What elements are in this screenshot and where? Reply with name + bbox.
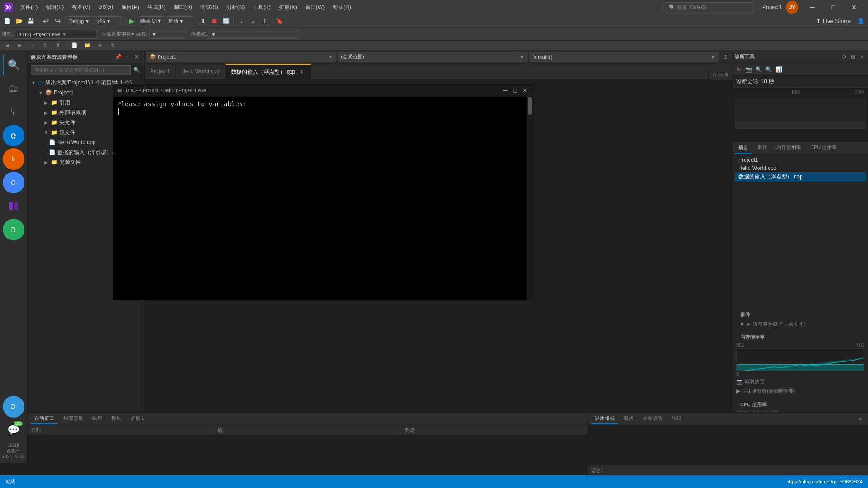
- activity-edge[interactable]: e: [3, 125, 24, 146]
- minimize-button[interactable]: ─: [802, 0, 823, 14]
- diag-tab-summary[interactable]: 摘要: [735, 142, 752, 154]
- platform-dropdown[interactable]: x86 ▼: [95, 16, 122, 26]
- diag-new-window-button[interactable]: ⊞: [849, 53, 857, 61]
- console-body[interactable]: Please assign values to variables:: [113, 97, 527, 300]
- diag-tool-chart[interactable]: 📊: [774, 66, 783, 74]
- diag-settings-button[interactable]: ⚙: [840, 53, 848, 61]
- menu-help[interactable]: 帮助(H): [329, 2, 355, 13]
- diag-file-hello-world[interactable]: Hello World.cpp: [735, 164, 866, 172]
- sidebar-search-input[interactable]: [31, 65, 131, 75]
- tab-watch-1[interactable]: 监视 1: [127, 413, 148, 424]
- activity-bing[interactable]: b: [3, 148, 24, 170]
- snapshot-link[interactable]: 📷 截取快照: [736, 377, 864, 386]
- maximize-button[interactable]: □: [823, 0, 844, 14]
- sync-btn[interactable]: ↻: [40, 40, 51, 51]
- thread-dropdown[interactable]: ▼: [149, 30, 185, 39]
- tab-project1[interactable]: Project1: [145, 64, 176, 79]
- start-debug-button[interactable]: ▶: [126, 16, 137, 27]
- status-ready[interactable]: 就绪: [4, 475, 17, 488]
- menu-debug[interactable]: 调试(D): [170, 2, 196, 13]
- bottom-right-close[interactable]: ✕: [856, 415, 864, 423]
- activity-chrome[interactable]: G: [3, 172, 24, 193]
- open-button[interactable]: 📂: [14, 16, 24, 27]
- activity-search[interactable]: 🔍: [3, 54, 24, 76]
- sidebar-minimize-button[interactable]: ─: [123, 53, 132, 61]
- tab-modules[interactable]: 模块: [108, 413, 125, 424]
- forward-btn[interactable]: ▶: [14, 40, 25, 51]
- bookmark-button[interactable]: 🔖: [274, 16, 285, 27]
- preview-btn[interactable]: 👁: [94, 40, 105, 51]
- menu-extensions[interactable]: 扩展(X): [275, 2, 301, 13]
- back-btn[interactable]: ◀: [2, 40, 13, 51]
- step-into-button[interactable]: ⤵: [247, 16, 258, 27]
- tab-locals[interactable]: 局部变量: [60, 413, 87, 424]
- activity-git[interactable]: ⑂: [3, 101, 24, 123]
- sidebar-search-button[interactable]: 🔍: [132, 66, 141, 74]
- stop-button[interactable]: ⏹: [209, 16, 220, 27]
- diag-tool-zoom-out[interactable]: 🔍: [764, 66, 773, 74]
- redo-button[interactable]: ↪: [52, 16, 63, 27]
- tab-float-input-close[interactable]: ✕: [298, 68, 305, 75]
- menu-edit[interactable]: 编辑(E): [42, 2, 67, 13]
- diag-file-float-input[interactable]: 数据的输入（浮点型）.cpp: [735, 172, 866, 182]
- step-out-button[interactable]: ⤴: [259, 16, 270, 27]
- menu-analyze[interactable]: 分析(N): [223, 2, 249, 13]
- continue-dropdown[interactable]: 继续(C)▼: [138, 16, 165, 26]
- menu-view[interactable]: 视图(V): [68, 2, 94, 13]
- restart-button[interactable]: 🔄: [221, 16, 231, 27]
- refresh-btn[interactable]: ↻: [107, 40, 118, 51]
- collapse-btn[interactable]: ⬆: [52, 40, 63, 51]
- activity-explorer[interactable]: 🗂: [3, 78, 24, 99]
- diag-tab-memory[interactable]: 内存使用率: [773, 142, 805, 154]
- tabs-panel-button[interactable]: Tabs ⚙: [708, 70, 732, 80]
- diag-file-project1[interactable]: Project1: [735, 156, 866, 164]
- add-filter-btn[interactable]: 📁: [82, 40, 93, 51]
- user-avatar[interactable]: JY: [786, 1, 798, 14]
- activity-badge-icon[interactable]: 💬 100: [3, 419, 24, 441]
- auto-dropdown[interactable]: 自动 ▼: [166, 16, 193, 26]
- scope-nav-dropdown[interactable]: (全局范围) ▼: [338, 52, 527, 62]
- console-maximize-button[interactable]: □: [510, 86, 519, 95]
- new-file-btn[interactable]: 📄: [69, 40, 80, 51]
- status-url[interactable]: https://blog.csdn.net/qq_50662634: [784, 479, 864, 484]
- tab-auto-window[interactable]: 自动窗口: [31, 413, 58, 424]
- sidebar-pin-button[interactable]: 📌: [114, 53, 123, 61]
- diag-tool-snapshot[interactable]: 📷: [745, 66, 753, 74]
- tab-hello-world[interactable]: Hello World.cpp: [176, 64, 225, 79]
- menu-window[interactable]: 窗口(W): [302, 2, 328, 13]
- project-nav-dropdown[interactable]: 📦 Project1 ▼: [146, 52, 336, 62]
- activity-d[interactable]: D: [3, 396, 24, 418]
- undo-button[interactable]: ↩: [40, 16, 51, 27]
- sidebar-close-button[interactable]: ✕: [132, 53, 141, 61]
- stack-dropdown[interactable]: ▼: [209, 30, 299, 39]
- debug-config-dropdown[interactable]: Debug ▼: [67, 16, 94, 26]
- live-share-button[interactable]: ⬆ Live Share: [812, 16, 854, 26]
- menu-test[interactable]: 测试(S): [197, 2, 222, 13]
- menu-file[interactable]: 文件(F): [16, 2, 41, 13]
- tab-float-input[interactable]: 数据的输入（浮点型）.cpp ✕: [226, 64, 311, 79]
- console-scroll-thumb[interactable]: [528, 97, 532, 115]
- tab-breakpoints[interactable]: 断点: [620, 413, 637, 424]
- diag-tab-cpu[interactable]: CPU 使用率: [807, 142, 840, 154]
- process-input[interactable]: [4812] Project1.exe ▼: [15, 30, 96, 39]
- save-button[interactable]: 💾: [25, 16, 36, 27]
- account-settings-button[interactable]: 👤: [855, 16, 866, 27]
- console-minimize-button[interactable]: ─: [500, 86, 509, 95]
- tab-exceptions[interactable]: 异常设置: [639, 413, 666, 424]
- activity-vs[interactable]: [3, 195, 24, 217]
- step-over-button[interactable]: ⤵: [236, 16, 246, 27]
- split-editor-button[interactable]: ⊞: [721, 52, 731, 62]
- console-close-button[interactable]: ✕: [520, 86, 529, 95]
- title-search-box[interactable]: 🔍 搜索 (Ctrl+Q): [665, 2, 755, 12]
- diag-tab-events[interactable]: 事件: [754, 142, 771, 154]
- tab-output[interactable]: 输出: [668, 413, 685, 424]
- events-all-link[interactable]: ▶ ► 所有事件(0 个，共 0 个): [736, 320, 864, 328]
- home-btn[interactable]: ⌂: [27, 40, 38, 51]
- menu-tools[interactable]: 工具(T): [249, 2, 274, 13]
- editor-scrollbar[interactable]: [728, 80, 732, 463]
- menu-project[interactable]: 项目(P): [118, 2, 143, 13]
- close-button[interactable]: ✕: [844, 0, 864, 14]
- new-button[interactable]: 📄: [2, 16, 13, 27]
- heap-link[interactable]: ▶ 启用堆分析(会影响性能): [736, 386, 864, 396]
- tab-callstack[interactable]: 调用堆栈: [591, 413, 618, 424]
